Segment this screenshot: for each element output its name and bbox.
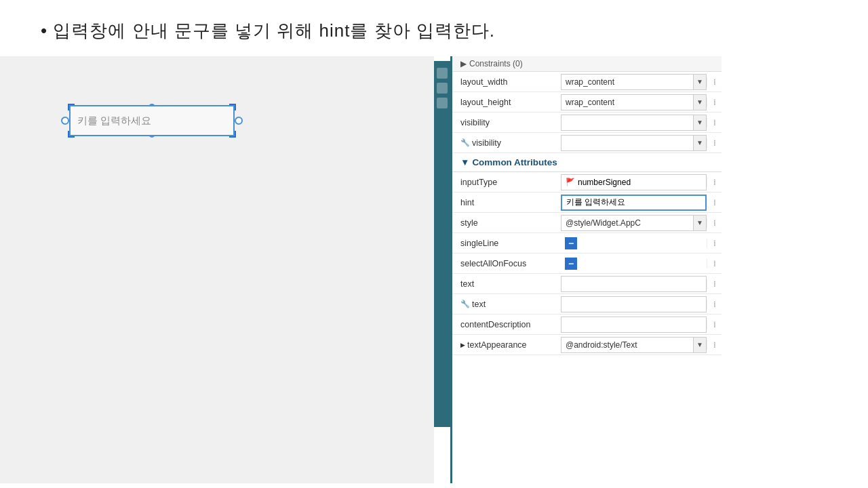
prop-row-layout-width: layout_width wrap_content ▼ ⁞: [452, 72, 722, 92]
value-visibility1: ▼: [561, 115, 707, 131]
common-attrs-label: Common Attributes: [472, 157, 557, 167]
label-layout-width: layout_width: [452, 75, 561, 89]
prop-row-layout-height: layout_height wrap_content ▼ ⁞: [452, 92, 722, 113]
label-layout-height: layout_height: [452, 95, 561, 110]
label-text: text: [452, 277, 561, 291]
sidebar-strip: [434, 61, 450, 427]
label-inputtype: inputType: [452, 175, 561, 190]
layout-height-end-icon[interactable]: ⁞: [707, 98, 722, 107]
value-style: @style/Widget.AppC ▼: [561, 215, 707, 231]
singleline-minus-icon: −: [568, 239, 574, 248]
prop-row-style: style @style/Widget.AppC ▼ ⁞: [452, 213, 722, 233]
wrench-icon-visibility: 🔧: [460, 138, 470, 147]
value-hint[interactable]: [561, 195, 707, 211]
value-layout-height: wrap_content ▼: [561, 94, 707, 110]
visibility2-arrow[interactable]: ▼: [693, 136, 706, 150]
prop-row-textappearance: ▶ textAppearance @android:style/Text ▼ ⁞: [452, 335, 722, 355]
label-textappearance: ▶ textAppearance: [452, 338, 561, 352]
text-wrench-input[interactable]: [561, 296, 707, 312]
prop-row-hint: hint ⁞: [452, 192, 722, 213]
props-content: ▶ Constraints (0) layout_width wrap_cont…: [452, 56, 722, 355]
singleline-container: −: [561, 237, 707, 249]
prop-row-contentdescription: contentDescription ⁞: [452, 314, 722, 335]
value-text[interactable]: [561, 276, 707, 292]
style-val: @style/Widget.AppC: [561, 217, 693, 229]
common-attrs-collapse-icon[interactable]: ▼: [460, 157, 469, 167]
prop-row-text: text ⁞: [452, 274, 722, 294]
sidebar-icon-2[interactable]: [437, 83, 448, 94]
hint-input[interactable]: [561, 195, 707, 211]
select-visibility2[interactable]: ▼: [561, 135, 707, 151]
text-wrench-end-icon[interactable]: ⁞: [707, 300, 722, 309]
layout-height-arrow[interactable]: ▼: [693, 95, 706, 110]
style-end-icon[interactable]: ⁞: [707, 218, 722, 228]
value-text-wrench[interactable]: [561, 296, 707, 312]
constraints-header[interactable]: ▶ Constraints (0): [452, 56, 722, 72]
textappearance-arrow[interactable]: ▼: [693, 338, 706, 352]
prop-row-text-wrench: 🔧 text ⁞: [452, 294, 722, 314]
selectallonfocus-end-icon[interactable]: ⁞: [707, 259, 722, 268]
prop-row-selectallonfocus: selectAllOnFocus − ⁞: [452, 253, 722, 274]
flag-icon: 🚩: [566, 178, 575, 186]
value-layout-width: wrap_content ▼: [561, 74, 707, 90]
contentdescription-input[interactable]: [561, 317, 707, 333]
select-visibility1[interactable]: ▼: [561, 115, 707, 131]
select-textappearance[interactable]: @android:style/Text ▼: [561, 337, 707, 353]
visibility1-end-icon[interactable]: ⁞: [707, 118, 722, 127]
layout-width-end-icon[interactable]: ⁞: [707, 77, 722, 87]
contentdescription-end-icon[interactable]: ⁞: [707, 320, 722, 329]
select-style[interactable]: @style/Widget.AppC ▼: [561, 215, 707, 231]
text-input[interactable]: [561, 276, 707, 292]
prop-row-visibility1: visibility ▼ ⁞: [452, 113, 722, 133]
properties-panel: ▶ Constraints (0) layout_width wrap_cont…: [450, 56, 722, 483]
visibility1-val: [561, 121, 693, 124]
singleline-checkbox[interactable]: −: [565, 237, 577, 249]
hint-end-icon[interactable]: ⁞: [707, 198, 722, 207]
singleline-end-icon[interactable]: ⁞: [707, 239, 722, 248]
constraint-left[interactable]: [61, 117, 69, 125]
visibility2-end-icon[interactable]: ⁞: [707, 138, 722, 148]
canvas-area: 키를 입력하세요: [0, 56, 434, 483]
value-inputtype: 🚩 numberSigned: [561, 174, 707, 190]
sidebar-icon-1[interactable]: [437, 68, 448, 79]
arrow-icon-textappearance: ▶: [460, 342, 465, 348]
constraints-label: Constraints (0): [469, 59, 523, 68]
textappearance-end-icon[interactable]: ⁞: [707, 340, 722, 350]
prop-row-visibility2: 🔧 visibility ▼ ⁞: [452, 133, 722, 153]
inputtype-val: numberSigned: [578, 178, 631, 187]
constraint-right[interactable]: [235, 117, 243, 125]
edittext-hint: 키를 입력하세요: [77, 115, 151, 127]
edittext-widget[interactable]: 키를 입력하세요: [61, 97, 243, 144]
main-area: 키를 입력하세요 ▶ Constraints (0) layout_width …: [0, 56, 868, 483]
header-text: • 입력창에 안내 문구를 넣기 위해 hint를 찾아 입력한다.: [0, 0, 868, 56]
visibility1-arrow[interactable]: ▼: [693, 115, 706, 130]
wrench-icon-text: 🔧: [460, 300, 470, 308]
layout-width-arrow[interactable]: ▼: [693, 75, 706, 89]
select-layout-width[interactable]: wrap_content ▼: [561, 74, 707, 90]
label-visibility1: visibility: [452, 115, 561, 130]
style-arrow[interactable]: ▼: [693, 216, 706, 230]
inputtype-end-icon[interactable]: ⁞: [707, 178, 722, 187]
label-singleline: singleLine: [452, 236, 561, 251]
label-visibility2: 🔧 visibility: [452, 136, 561, 150]
header-label: • 입력창에 안내 문구를 넣기 위해 hint를 찾아 입력한다.: [41, 19, 495, 43]
selectallonfocus-container: −: [561, 258, 707, 270]
text-end-icon[interactable]: ⁞: [707, 279, 722, 289]
sidebar-icon-3[interactable]: [437, 98, 448, 108]
value-textappearance: @android:style/Text ▼: [561, 337, 707, 353]
selectallonfocus-checkbox[interactable]: −: [565, 258, 577, 270]
value-contentdescription[interactable]: [561, 317, 707, 333]
edittext-border: 키를 입력하세요: [69, 105, 235, 136]
visibility2-val: [561, 142, 693, 144]
constraints-arrow-icon: ▶: [460, 59, 467, 68]
inputtype-display[interactable]: 🚩 numberSigned: [561, 174, 707, 190]
label-hint: hint: [452, 195, 561, 210]
layout-height-val: wrap_content: [561, 96, 693, 108]
value-visibility2: ▼: [561, 135, 707, 151]
label-selectallonfocus: selectAllOnFocus: [452, 256, 561, 271]
select-layout-height[interactable]: wrap_content ▼: [561, 94, 707, 110]
label-contentdescription: contentDescription: [452, 317, 561, 332]
prop-row-inputtype: inputType 🚩 numberSigned ⁞: [452, 172, 722, 192]
label-text-wrench: 🔧 text: [452, 297, 561, 312]
label-style: style: [452, 216, 561, 230]
